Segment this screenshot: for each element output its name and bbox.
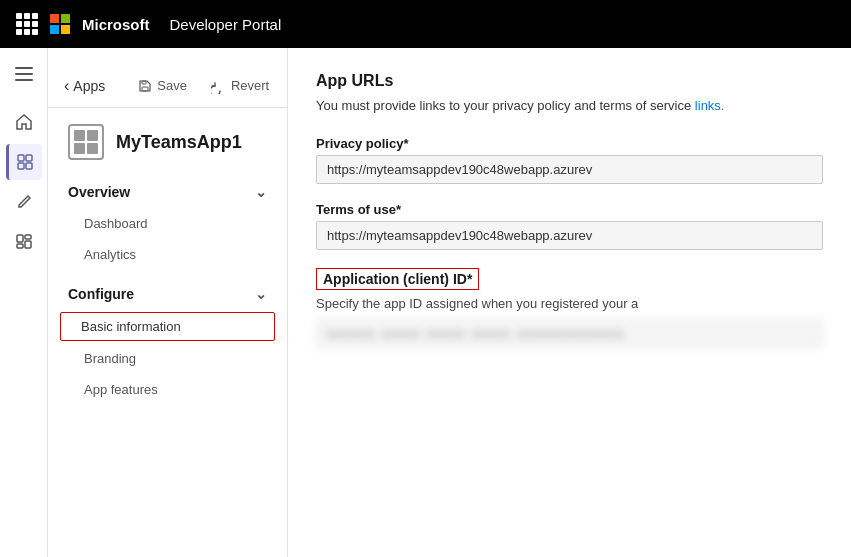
svg-rect-6 xyxy=(26,163,32,169)
section-desc-text: You must provide links to your privacy p… xyxy=(316,98,695,113)
app-icon xyxy=(68,124,104,160)
nav-item-app-features[interactable]: App features xyxy=(48,374,287,405)
toolbar: ‹ Apps Save Revert Delete app xyxy=(48,64,287,108)
nav-item-analytics[interactable]: Analytics xyxy=(48,239,287,270)
overview-label: Overview xyxy=(68,184,130,200)
pencil-icon[interactable] xyxy=(6,184,42,220)
nav-section-configure[interactable]: Configure ⌄ xyxy=(48,278,287,310)
basic-information-label: Basic information xyxy=(81,319,181,334)
configure-label: Configure xyxy=(68,286,134,302)
privacy-policy-label: Privacy policy* xyxy=(316,136,823,151)
svg-rect-3 xyxy=(18,155,24,161)
section-desc: You must provide links to your privacy p… xyxy=(316,96,823,116)
app-name: MyTeamsApp1 xyxy=(116,132,242,153)
dashboard-icon[interactable] xyxy=(6,224,42,260)
menu-icon[interactable] xyxy=(6,56,42,92)
topbar-portal-title: Developer Portal xyxy=(170,16,282,33)
terms-of-use-group: Terms of use* xyxy=(316,202,823,250)
back-arrow-icon: ‹ xyxy=(64,77,69,95)
client-id-label: Application (client) ID* xyxy=(316,268,479,290)
terms-of-use-label: Terms of use* xyxy=(316,202,823,217)
privacy-policy-group: Privacy policy* xyxy=(316,136,823,184)
back-button[interactable]: ‹ Apps xyxy=(64,77,105,95)
main-layout: ‹ Apps Save Revert Delete app MyT xyxy=(0,48,851,557)
branding-label: Branding xyxy=(84,351,136,366)
app-header: MyTeamsApp1 xyxy=(48,108,287,176)
configure-chevron-icon: ⌄ xyxy=(255,286,267,302)
back-label: Apps xyxy=(73,78,105,94)
svg-rect-5 xyxy=(18,163,24,169)
dashboard-nav-label: Dashboard xyxy=(84,216,148,231)
overview-chevron-icon: ⌄ xyxy=(255,184,267,200)
topbar-app-name: Microsoft xyxy=(82,16,150,33)
nav-item-branding[interactable]: Branding xyxy=(48,343,287,374)
apps-icon[interactable] xyxy=(6,144,42,180)
analytics-nav-label: Analytics xyxy=(84,247,136,262)
svg-rect-12 xyxy=(142,81,146,84)
grid-icon[interactable] xyxy=(16,13,38,35)
svg-rect-9 xyxy=(17,244,23,248)
client-id-section: Application (client) ID* Specify the app… xyxy=(316,268,823,348)
svg-rect-4 xyxy=(26,155,32,161)
microsoft-logo xyxy=(50,14,70,34)
home-icon[interactable] xyxy=(6,104,42,140)
section-title: App URLs xyxy=(316,72,823,90)
revert-label: Revert xyxy=(231,78,269,93)
svg-rect-10 xyxy=(25,241,31,248)
icon-rail xyxy=(0,48,48,557)
svg-rect-8 xyxy=(25,235,31,239)
save-button[interactable]: Save xyxy=(129,74,195,98)
save-label: Save xyxy=(157,78,187,93)
client-id-value: ●●●●● ●●●● ●●●● ●●●● ●●●●●●●●●●● xyxy=(316,319,823,348)
nav-item-dashboard[interactable]: Dashboard xyxy=(48,208,287,239)
topbar: Microsoft Developer Portal xyxy=(0,0,851,48)
nav-section-overview[interactable]: Overview ⌄ xyxy=(48,176,287,208)
client-id-desc: Specify the app ID assigned when you reg… xyxy=(316,296,823,311)
revert-button[interactable]: Revert xyxy=(203,74,277,98)
svg-rect-7 xyxy=(17,235,23,242)
svg-rect-2 xyxy=(15,79,33,81)
svg-rect-1 xyxy=(15,73,33,75)
terms-of-use-input[interactable] xyxy=(316,221,823,250)
sidebar: ‹ Apps Save Revert Delete app MyT xyxy=(48,48,288,557)
app-features-label: App features xyxy=(84,382,158,397)
main-content: App URLs You must provide links to your … xyxy=(288,48,851,557)
privacy-policy-input[interactable] xyxy=(316,155,823,184)
svg-rect-0 xyxy=(15,67,33,69)
section-desc-link[interactable]: links. xyxy=(695,98,725,113)
nav-item-basic-information[interactable]: Basic information xyxy=(60,312,275,341)
